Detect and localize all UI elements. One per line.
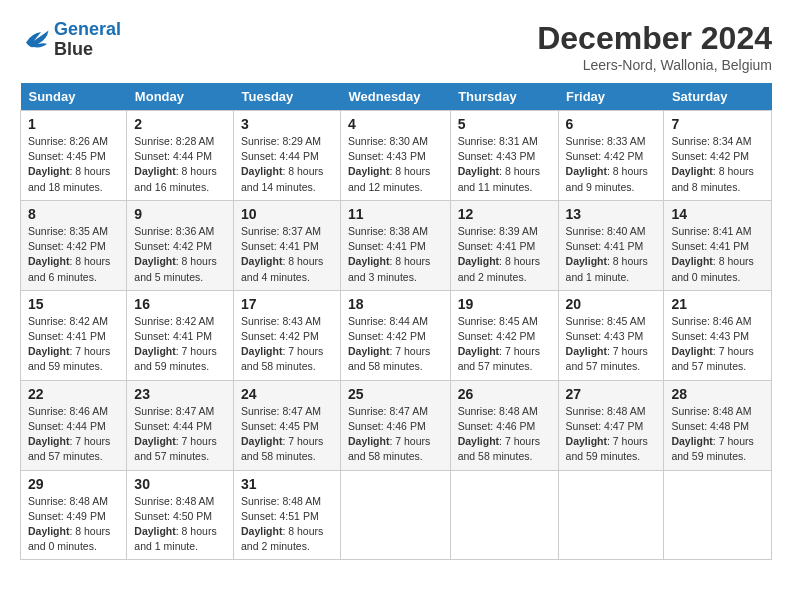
day-info: Sunrise: 8:47 AMSunset: 4:44 PMDaylight:…: [134, 404, 226, 465]
calendar-week-row: 1Sunrise: 8:26 AMSunset: 4:45 PMDaylight…: [21, 111, 772, 201]
day-info: Sunrise: 8:33 AMSunset: 4:42 PMDaylight:…: [566, 134, 657, 195]
calendar-cell: 13Sunrise: 8:40 AMSunset: 4:41 PMDayligh…: [558, 200, 664, 290]
calendar-cell: 22Sunrise: 8:46 AMSunset: 4:44 PMDayligh…: [21, 380, 127, 470]
calendar-cell: 1Sunrise: 8:26 AMSunset: 4:45 PMDaylight…: [21, 111, 127, 201]
day-info: Sunrise: 8:42 AMSunset: 4:41 PMDaylight:…: [134, 314, 226, 375]
calendar-cell: 18Sunrise: 8:44 AMSunset: 4:42 PMDayligh…: [341, 290, 451, 380]
calendar-cell: 6Sunrise: 8:33 AMSunset: 4:42 PMDaylight…: [558, 111, 664, 201]
weekday-header: Saturday: [664, 83, 772, 111]
calendar-cell: 3Sunrise: 8:29 AMSunset: 4:44 PMDaylight…: [234, 111, 341, 201]
title-block: December 2024 Leers-Nord, Wallonia, Belg…: [537, 20, 772, 73]
day-number: 4: [348, 116, 443, 132]
calendar-cell: 24Sunrise: 8:47 AMSunset: 4:45 PMDayligh…: [234, 380, 341, 470]
day-info: Sunrise: 8:48 AMSunset: 4:50 PMDaylight:…: [134, 494, 226, 555]
calendar-cell: 23Sunrise: 8:47 AMSunset: 4:44 PMDayligh…: [127, 380, 234, 470]
day-number: 19: [458, 296, 551, 312]
day-number: 7: [671, 116, 764, 132]
calendar-cell: 2Sunrise: 8:28 AMSunset: 4:44 PMDaylight…: [127, 111, 234, 201]
weekday-header: Tuesday: [234, 83, 341, 111]
day-number: 24: [241, 386, 333, 402]
weekday-header-row: SundayMondayTuesdayWednesdayThursdayFrid…: [21, 83, 772, 111]
day-number: 18: [348, 296, 443, 312]
day-info: Sunrise: 8:26 AMSunset: 4:45 PMDaylight:…: [28, 134, 119, 195]
weekday-header: Sunday: [21, 83, 127, 111]
calendar-cell: 14Sunrise: 8:41 AMSunset: 4:41 PMDayligh…: [664, 200, 772, 290]
day-info: Sunrise: 8:31 AMSunset: 4:43 PMDaylight:…: [458, 134, 551, 195]
calendar-cell: 31Sunrise: 8:48 AMSunset: 4:51 PMDayligh…: [234, 470, 341, 560]
page-header: GeneralBlue December 2024 Leers-Nord, Wa…: [20, 20, 772, 73]
day-number: 10: [241, 206, 333, 222]
day-info: Sunrise: 8:42 AMSunset: 4:41 PMDaylight:…: [28, 314, 119, 375]
day-number: 16: [134, 296, 226, 312]
day-number: 29: [28, 476, 119, 492]
day-info: Sunrise: 8:41 AMSunset: 4:41 PMDaylight:…: [671, 224, 764, 285]
day-number: 2: [134, 116, 226, 132]
calendar-cell: 28Sunrise: 8:48 AMSunset: 4:48 PMDayligh…: [664, 380, 772, 470]
calendar-cell: 19Sunrise: 8:45 AMSunset: 4:42 PMDayligh…: [450, 290, 558, 380]
calendar-cell: 11Sunrise: 8:38 AMSunset: 4:41 PMDayligh…: [341, 200, 451, 290]
day-number: 20: [566, 296, 657, 312]
calendar-week-row: 22Sunrise: 8:46 AMSunset: 4:44 PMDayligh…: [21, 380, 772, 470]
day-number: 1: [28, 116, 119, 132]
calendar-cell: 20Sunrise: 8:45 AMSunset: 4:43 PMDayligh…: [558, 290, 664, 380]
day-info: Sunrise: 8:39 AMSunset: 4:41 PMDaylight:…: [458, 224, 551, 285]
calendar-cell: 16Sunrise: 8:42 AMSunset: 4:41 PMDayligh…: [127, 290, 234, 380]
day-number: 21: [671, 296, 764, 312]
calendar-week-row: 8Sunrise: 8:35 AMSunset: 4:42 PMDaylight…: [21, 200, 772, 290]
day-info: Sunrise: 8:46 AMSunset: 4:44 PMDaylight:…: [28, 404, 119, 465]
day-info: Sunrise: 8:48 AMSunset: 4:49 PMDaylight:…: [28, 494, 119, 555]
calendar-cell: 30Sunrise: 8:48 AMSunset: 4:50 PMDayligh…: [127, 470, 234, 560]
calendar-cell: [558, 470, 664, 560]
calendar-cell: 7Sunrise: 8:34 AMSunset: 4:42 PMDaylight…: [664, 111, 772, 201]
calendar-cell: 8Sunrise: 8:35 AMSunset: 4:42 PMDaylight…: [21, 200, 127, 290]
day-number: 27: [566, 386, 657, 402]
calendar-cell: [450, 470, 558, 560]
day-info: Sunrise: 8:30 AMSunset: 4:43 PMDaylight:…: [348, 134, 443, 195]
day-number: 5: [458, 116, 551, 132]
day-info: Sunrise: 8:44 AMSunset: 4:42 PMDaylight:…: [348, 314, 443, 375]
day-info: Sunrise: 8:40 AMSunset: 4:41 PMDaylight:…: [566, 224, 657, 285]
calendar-cell: 10Sunrise: 8:37 AMSunset: 4:41 PMDayligh…: [234, 200, 341, 290]
calendar-cell: 21Sunrise: 8:46 AMSunset: 4:43 PMDayligh…: [664, 290, 772, 380]
day-number: 31: [241, 476, 333, 492]
day-info: Sunrise: 8:48 AMSunset: 4:47 PMDaylight:…: [566, 404, 657, 465]
day-number: 6: [566, 116, 657, 132]
calendar-week-row: 29Sunrise: 8:48 AMSunset: 4:49 PMDayligh…: [21, 470, 772, 560]
weekday-header: Thursday: [450, 83, 558, 111]
calendar-cell: 12Sunrise: 8:39 AMSunset: 4:41 PMDayligh…: [450, 200, 558, 290]
day-info: Sunrise: 8:29 AMSunset: 4:44 PMDaylight:…: [241, 134, 333, 195]
day-number: 22: [28, 386, 119, 402]
day-info: Sunrise: 8:45 AMSunset: 4:42 PMDaylight:…: [458, 314, 551, 375]
calendar-cell: [664, 470, 772, 560]
weekday-header: Wednesday: [341, 83, 451, 111]
day-number: 23: [134, 386, 226, 402]
calendar-cell: 25Sunrise: 8:47 AMSunset: 4:46 PMDayligh…: [341, 380, 451, 470]
day-info: Sunrise: 8:45 AMSunset: 4:43 PMDaylight:…: [566, 314, 657, 375]
day-info: Sunrise: 8:48 AMSunset: 4:51 PMDaylight:…: [241, 494, 333, 555]
day-info: Sunrise: 8:36 AMSunset: 4:42 PMDaylight:…: [134, 224, 226, 285]
calendar-week-row: 15Sunrise: 8:42 AMSunset: 4:41 PMDayligh…: [21, 290, 772, 380]
calendar-cell: 29Sunrise: 8:48 AMSunset: 4:49 PMDayligh…: [21, 470, 127, 560]
logo: GeneralBlue: [20, 20, 121, 60]
day-number: 17: [241, 296, 333, 312]
weekday-header: Friday: [558, 83, 664, 111]
day-info: Sunrise: 8:47 AMSunset: 4:45 PMDaylight:…: [241, 404, 333, 465]
day-number: 3: [241, 116, 333, 132]
calendar-cell: 27Sunrise: 8:48 AMSunset: 4:47 PMDayligh…: [558, 380, 664, 470]
day-info: Sunrise: 8:48 AMSunset: 4:46 PMDaylight:…: [458, 404, 551, 465]
day-number: 8: [28, 206, 119, 222]
day-number: 9: [134, 206, 226, 222]
day-number: 25: [348, 386, 443, 402]
day-number: 12: [458, 206, 551, 222]
day-number: 11: [348, 206, 443, 222]
calendar-cell: 9Sunrise: 8:36 AMSunset: 4:42 PMDaylight…: [127, 200, 234, 290]
day-number: 26: [458, 386, 551, 402]
calendar-table: SundayMondayTuesdayWednesdayThursdayFrid…: [20, 83, 772, 560]
calendar-cell: 26Sunrise: 8:48 AMSunset: 4:46 PMDayligh…: [450, 380, 558, 470]
day-number: 30: [134, 476, 226, 492]
day-number: 13: [566, 206, 657, 222]
calendar-cell: 4Sunrise: 8:30 AMSunset: 4:43 PMDaylight…: [341, 111, 451, 201]
location: Leers-Nord, Wallonia, Belgium: [537, 57, 772, 73]
day-number: 14: [671, 206, 764, 222]
day-info: Sunrise: 8:28 AMSunset: 4:44 PMDaylight:…: [134, 134, 226, 195]
